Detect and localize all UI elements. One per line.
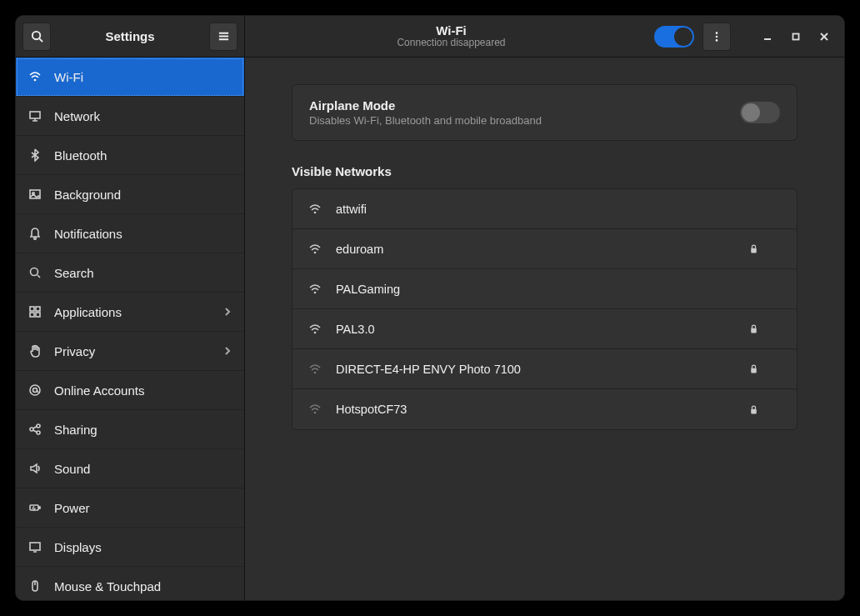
hand-icon [28,343,42,358]
search-icon [28,265,42,280]
sidebar-item-privacy[interactable]: Privacy [16,332,244,371]
svg-rect-47 [751,408,757,413]
network-row[interactable]: PALGaming [292,269,797,309]
airplane-mode-toggle[interactable] [740,102,780,123]
sidebar-item-label: Applications [54,305,211,319]
speaker-icon [28,461,42,476]
wifi-icon [28,69,42,84]
svg-rect-40 [751,248,757,253]
network-ssid: HotspotCF73 [336,403,735,416]
sidebar-item-label: Search [54,266,232,280]
sidebar-item-background[interactable]: Background [16,175,244,214]
svg-rect-26 [39,507,41,508]
wifi-signal-icon [308,363,322,376]
svg-rect-43 [751,328,757,333]
header-title-block: Wi-Fi Connection disappeared [253,24,649,49]
page-title: Wi-Fi [253,24,649,38]
minimize-button[interactable] [756,25,779,48]
svg-rect-16 [30,313,34,317]
sidebar-item-wifi[interactable]: Wi-Fi [16,58,244,97]
wifi-signal-icon [308,323,322,336]
airplane-mode-description: Disables Wi-Fi, Bluetooth and mobile bro… [309,114,727,127]
sidebar: Settings Wi-FiNetworkBluetoothBackground… [16,16,245,600]
main-body: Airplane Mode Disables Wi-Fi, Bluetooth … [245,58,844,600]
background-icon [28,187,42,202]
sidebar-item-notifications[interactable]: Notifications [16,214,244,253]
toggle-knob [742,103,760,122]
lock-icon [748,363,782,374]
menu-button[interactable] [209,23,238,51]
network-row[interactable]: PAL3.0 [292,309,797,349]
sidebar-item-label: Wi-Fi [54,70,232,84]
page-subtitle: Connection disappeared [253,38,649,48]
more-options-button[interactable] [702,23,731,51]
main-panel: Wi-Fi Connection disappeared Airplane Mo… [245,16,844,600]
display-icon [28,539,42,554]
hamburger-icon [218,30,230,43]
svg-line-23 [33,427,38,429]
svg-line-1 [39,38,42,42]
network-ssid: PAL3.0 [336,323,735,336]
network-ssid: PALGaming [336,283,735,296]
svg-rect-14 [30,307,34,311]
sidebar-item-label: Sound [54,462,232,476]
network-ssid: attwifi [336,203,735,216]
close-button[interactable] [812,25,836,48]
sidebar-item-network[interactable]: Network [16,97,244,136]
sidebar-item-label: Power [54,501,232,515]
maximize-icon [792,33,800,41]
bell-icon [28,226,42,241]
network-row[interactable]: DIRECT-E4-HP ENVY Photo 7100 [292,349,797,389]
sidebar-item-sharing[interactable]: Sharing [16,410,244,449]
sidebar-list: Wi-FiNetworkBluetoothBackgroundNotificat… [16,58,244,600]
svg-point-31 [716,32,718,34]
settings-window: Settings Wi-FiNetworkBluetoothBackground… [15,15,845,601]
sidebar-item-power[interactable]: Power [16,488,244,528]
main-header: Wi-Fi Connection disappeared [245,16,844,58]
svg-point-0 [32,32,39,39]
svg-point-32 [716,35,718,38]
wifi-signal-icon [308,203,322,216]
sidebar-item-applications[interactable]: Applications [16,293,244,332]
svg-point-5 [34,79,37,82]
svg-point-12 [31,268,38,276]
share-icon [28,422,42,437]
svg-line-13 [38,275,40,278]
network-row[interactable]: HotspotCF73 [292,389,797,429]
network-row[interactable]: attwifi [292,189,797,229]
svg-point-33 [716,39,718,42]
svg-point-44 [314,371,317,373]
sidebar-item-label: Mouse & Touchpad [54,579,232,593]
airplane-mode-card: Airplane Mode Disables Wi-Fi, Bluetooth … [292,84,798,141]
bluetooth-icon [28,148,42,163]
sidebar-item-sound[interactable]: Sound [16,449,244,488]
visible-networks-heading: Visible Networks [292,164,798,178]
airplane-mode-title: Airplane Mode [309,98,727,113]
sidebar-item-label: Privacy [54,344,211,358]
battery-icon [28,500,42,515]
kebab-icon [711,31,722,43]
sidebar-item-mouse[interactable]: Mouse & Touchpad [16,567,244,600]
sidebar-item-search[interactable]: Search [16,253,244,293]
sidebar-item-label: Bluetooth [54,148,232,163]
sidebar-item-online-accounts[interactable]: Online Accounts [16,371,244,410]
apps-icon [28,304,42,319]
network-list: attwifieduroamPALGamingPAL3.0DIRECT-E4-H… [292,188,798,430]
svg-point-46 [314,412,317,414]
wifi-master-toggle[interactable] [654,26,694,48]
search-icon [31,30,43,43]
sidebar-item-label: Network [54,109,232,123]
svg-rect-9 [30,190,40,198]
svg-rect-27 [30,543,40,550]
search-button[interactable] [22,23,51,51]
svg-rect-6 [30,112,40,118]
network-row[interactable]: eduroam [292,229,797,269]
sidebar-item-bluetooth[interactable]: Bluetooth [16,136,244,175]
network-ssid: DIRECT-E4-HP ENVY Photo 7100 [336,363,735,376]
sidebar-item-displays[interactable]: Displays [16,528,244,567]
maximize-button[interactable] [784,25,808,48]
sidebar-header: Settings [16,16,244,58]
svg-point-11 [34,238,37,240]
svg-rect-15 [36,307,40,311]
chevron-right-icon [222,346,232,356]
